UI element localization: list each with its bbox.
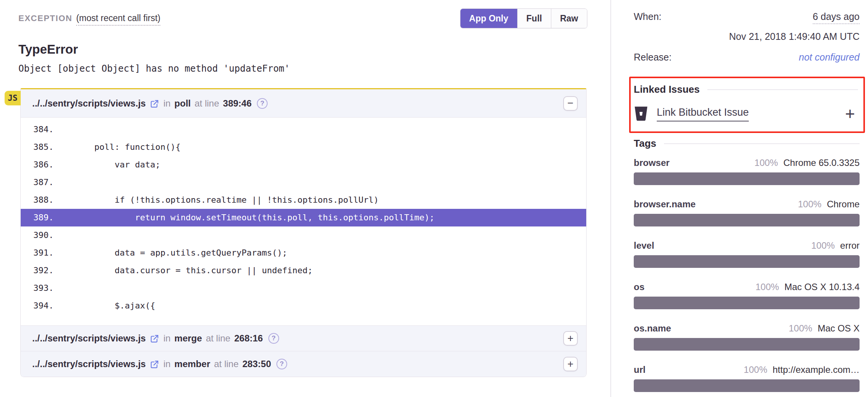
code-line: 392. data.cursor = this.cursor || undefi… <box>21 262 586 279</box>
full-button[interactable]: Full <box>517 9 551 28</box>
frame-line-number: 283:50 <box>242 359 271 369</box>
line-number: 391. <box>33 248 54 258</box>
code-line: 385. poll: function(){ <box>21 138 586 156</box>
link-bitbucket-row[interactable]: Link Bitbucket Issue + <box>634 105 858 122</box>
tags-title: Tags <box>634 138 656 149</box>
release-value-link[interactable]: not configured <box>799 52 860 63</box>
raw-button[interactable]: Raw <box>551 9 587 28</box>
when-relative-time[interactable]: 6 days ago <box>813 11 860 24</box>
line-number: 394. <box>33 301 54 310</box>
help-icon[interactable]: ? <box>268 333 279 344</box>
tag-row: browser 100% Chrome 65.0.3325 <box>634 157 860 185</box>
when-label: When: <box>634 11 661 22</box>
linked-issues-header: Linked Issues <box>634 84 858 95</box>
error-message: Object [object Object] has no method 'up… <box>18 63 587 74</box>
frame-header-poll[interactable]: ../../sentry/scripts/views.js in poll at… <box>21 89 586 118</box>
tag-key[interactable]: url <box>634 364 646 375</box>
tag-head: os.name 100% Mac OS X <box>634 323 860 334</box>
tag-distribution-bar[interactable] <box>634 172 860 185</box>
line-number: 392. <box>33 266 54 275</box>
code-line: 391. data = app.utils.getQueryParams(); <box>21 244 586 262</box>
tag-distribution-bar[interactable] <box>634 379 860 392</box>
tag-right: 100% http://example.com… <box>744 364 860 375</box>
tag-percent: 100% <box>798 199 821 210</box>
code-line: 384. <box>21 121 586 138</box>
tag-right: 100% Mac OS X 10.13.4 <box>756 282 860 292</box>
tag-value[interactable]: Chrome <box>827 199 860 210</box>
tag-row: os 100% Mac OS X 10.13.4 <box>634 282 860 309</box>
add-linked-issue-button[interactable]: + <box>845 105 855 122</box>
expand-frame-button[interactable]: + <box>563 357 578 371</box>
tag-key[interactable]: os.name <box>634 323 671 334</box>
link-bitbucket-issue-link[interactable]: Link Bitbucket Issue <box>657 107 749 121</box>
tag-head: level 100% error <box>634 240 860 251</box>
tag-right: 100% Chrome <box>798 199 860 210</box>
tag-head: url 100% http://example.com… <box>634 364 860 375</box>
tag-row: browser.name 100% Chrome <box>634 199 860 226</box>
code-line: 387. <box>21 174 586 191</box>
stacktrace-view-toggle: App Only Full Raw <box>460 8 587 28</box>
code-text: $.ajax({ <box>54 301 155 310</box>
app-only-button[interactable]: App Only <box>460 9 517 28</box>
frame-function: poll <box>174 98 191 109</box>
when-row: When: 6 days ago <box>634 11 860 24</box>
error-type-title: TypeError <box>18 42 587 57</box>
section-title: EXCEPTION <box>18 13 72 23</box>
tag-head: browser.name 100% Chrome <box>634 199 860 210</box>
line-number: 390. <box>33 230 54 240</box>
code-line: 394. $.ajax({ <box>21 297 586 315</box>
tag-right: 100% Mac OS X <box>789 323 860 334</box>
section-rule <box>707 89 858 90</box>
external-link-icon[interactable] <box>150 359 159 369</box>
tag-key[interactable]: level <box>634 240 654 251</box>
tag-value[interactable]: Mac OS X <box>818 323 860 334</box>
line-number: 393. <box>33 283 54 293</box>
help-icon[interactable]: ? <box>257 98 268 109</box>
frame-path: ../../sentry/scripts/views.js <box>32 359 146 369</box>
tag-distribution-bar[interactable] <box>634 297 860 309</box>
expand-frame-button[interactable]: + <box>563 331 578 346</box>
tag-distribution-bar[interactable] <box>634 255 860 268</box>
frame-in-label: in <box>163 333 171 344</box>
frame-line-number: 268:16 <box>234 333 263 344</box>
help-icon[interactable]: ? <box>276 359 287 369</box>
tag-head: os 100% Mac OS X 10.13.4 <box>634 282 860 292</box>
frame-atline-label: at line <box>214 359 238 369</box>
frame-line-number: 389:46 <box>223 98 252 109</box>
tags-section: Tags browser 100% Chrome 65.0.3325 brows… <box>634 138 860 392</box>
code-line: 386. var data; <box>21 156 586 174</box>
section-rule <box>664 143 860 144</box>
code-text: poll: function(){ <box>54 142 181 152</box>
tag-head: browser 100% Chrome 65.0.3325 <box>634 157 860 168</box>
frame-header-member[interactable]: ../../sentry/scripts/views.js in member … <box>21 351 586 377</box>
code-line: 393. <box>21 279 586 297</box>
tag-percent: 100% <box>811 240 835 251</box>
external-link-icon[interactable] <box>150 99 159 109</box>
frame-in-label: in <box>163 98 171 109</box>
tag-percent: 100% <box>744 364 767 375</box>
frame-header-merge[interactable]: ../../sentry/scripts/views.js in merge a… <box>21 325 586 351</box>
tag-value[interactable]: http://example.com… <box>773 364 860 375</box>
line-number: 387. <box>33 177 54 187</box>
code-text: if (!this.options.realtime || !this.opti… <box>54 195 379 205</box>
code-text: var data; <box>54 160 160 169</box>
linked-issues-highlight-box: Linked Issues Link Bitbucket Issue + <box>629 77 865 133</box>
tag-value[interactable]: error <box>840 240 860 251</box>
tag-percent: 100% <box>755 157 778 168</box>
tag-row: level 100% error <box>634 240 860 268</box>
frame-function: member <box>174 359 210 369</box>
collapse-frame-button[interactable]: − <box>563 96 578 111</box>
tag-key[interactable]: browser <box>634 157 669 168</box>
tag-value[interactable]: Mac OS X 10.13.4 <box>784 282 860 292</box>
tag-value[interactable]: Chrome 65.0.3325 <box>783 157 860 168</box>
tag-key[interactable]: os <box>634 282 644 292</box>
call-order-subtitle[interactable]: (most recent call first) <box>76 13 161 26</box>
line-number: 388. <box>33 195 54 205</box>
tag-distribution-bar[interactable] <box>634 214 860 226</box>
frame-atline-label: at line <box>206 333 230 344</box>
code-line: 389. return window.setTimeout(this.poll,… <box>21 209 586 226</box>
tag-distribution-bar[interactable] <box>634 338 860 351</box>
tag-key[interactable]: browser.name <box>634 199 695 210</box>
line-number: 389. <box>33 213 54 222</box>
external-link-icon[interactable] <box>150 334 159 344</box>
